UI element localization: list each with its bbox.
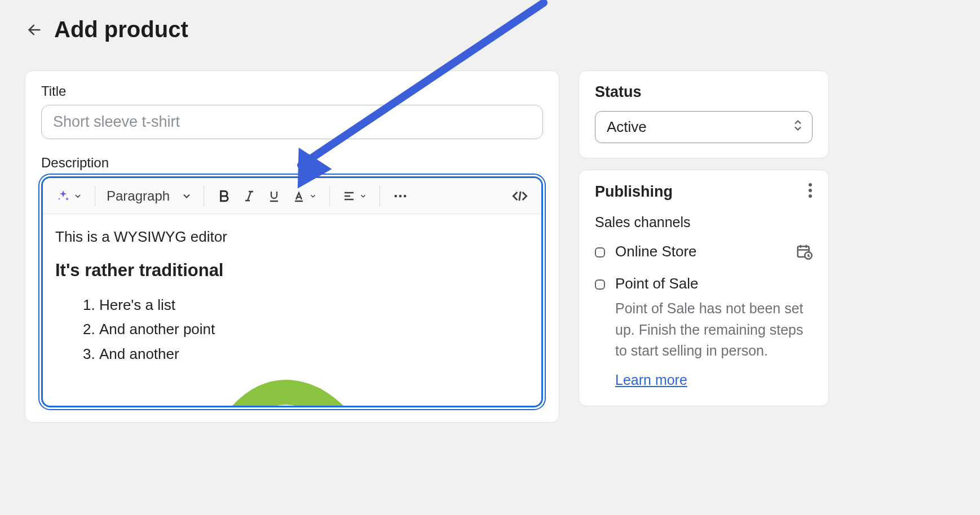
channel-status-icon [595, 247, 605, 258]
svg-line-4 [248, 192, 251, 201]
svg-point-14 [399, 194, 402, 197]
product-main-card: Title Description Paragraph [25, 70, 559, 423]
text-color-icon [292, 189, 306, 203]
chevron-down-icon [181, 190, 192, 202]
channel-name: Online Store [615, 243, 697, 260]
arrow-left-icon [27, 22, 42, 38]
page-header: Add product [25, 17, 955, 42]
ai-assist-button[interactable] [51, 186, 88, 206]
sparkle-icon [56, 189, 70, 203]
chevron-down-icon [73, 192, 82, 201]
publishing-menu-button[interactable] [808, 183, 813, 201]
editor-image [203, 361, 361, 406]
learn-more-link[interactable]: Learn more [615, 372, 687, 388]
toolbar-separator [95, 186, 95, 206]
sales-channels-label: Sales channels [595, 214, 813, 230]
chevron-down-icon [359, 192, 367, 200]
status-label: Status [595, 83, 813, 101]
editor-content[interactable]: This is a WYSIWYG editor It's rather tra… [43, 214, 541, 406]
channel-point-of-sale: Point of Sale Point of Sale has not been… [595, 275, 813, 389]
chevron-down-icon [309, 192, 317, 200]
channel-status-icon [595, 279, 605, 290]
editor-heading: It's rather traditional [55, 258, 529, 283]
underline-button[interactable] [262, 186, 286, 206]
list-item: And another [99, 344, 529, 365]
svg-point-17 [809, 183, 812, 187]
calendar-clock-icon [796, 243, 813, 260]
status-value: Active [607, 118, 647, 135]
block-type-select[interactable]: Paragraph [102, 188, 197, 204]
description-editor: Paragraph [41, 176, 543, 407]
page-title: Add product [54, 17, 188, 42]
svg-point-18 [809, 189, 812, 192]
publishing-card: Publishing Sales channels Online Store P… [579, 170, 829, 406]
italic-button[interactable] [237, 186, 262, 206]
schedule-button[interactable] [796, 243, 813, 264]
toolbar-separator [204, 186, 204, 206]
title-label: Title [41, 83, 543, 99]
back-button[interactable] [25, 20, 44, 39]
more-vertical-icon [808, 183, 813, 198]
toolbar-separator [329, 186, 330, 206]
list-item: Here's a list [99, 295, 529, 316]
channel-note: Point of Sale has not been set up. Finis… [615, 298, 813, 362]
channel-name: Point of Sale [615, 275, 698, 292]
bold-button[interactable] [211, 185, 237, 207]
align-button[interactable] [337, 186, 373, 206]
block-type-label: Paragraph [107, 188, 170, 204]
editor-toolbar: Paragraph [43, 178, 541, 214]
more-horizontal-icon [392, 188, 408, 204]
svg-point-19 [809, 194, 812, 198]
align-left-icon [342, 189, 356, 203]
publishing-label: Publishing [595, 183, 673, 201]
status-select[interactable]: Active [595, 111, 813, 143]
html-view-button[interactable] [506, 185, 533, 207]
more-button[interactable] [387, 185, 414, 207]
status-card: Status Active [579, 70, 829, 158]
underline-icon [267, 189, 281, 203]
channel-online-store: Online Store [595, 243, 813, 264]
list-item: And another point [99, 319, 529, 340]
text-color-button[interactable] [286, 186, 323, 206]
svg-line-16 [519, 191, 520, 200]
title-input[interactable] [41, 105, 543, 139]
svg-point-13 [395, 194, 398, 197]
editor-paragraph: This is a WYSIWYG editor [55, 227, 529, 248]
bold-icon [217, 189, 231, 203]
select-arrows-icon [793, 118, 803, 136]
description-label: Description [41, 155, 543, 171]
svg-point-15 [404, 194, 407, 197]
editor-list: Here's a list And another point And anot… [55, 295, 529, 365]
code-icon [512, 188, 528, 204]
italic-icon [242, 189, 256, 203]
toolbar-separator [379, 186, 380, 206]
